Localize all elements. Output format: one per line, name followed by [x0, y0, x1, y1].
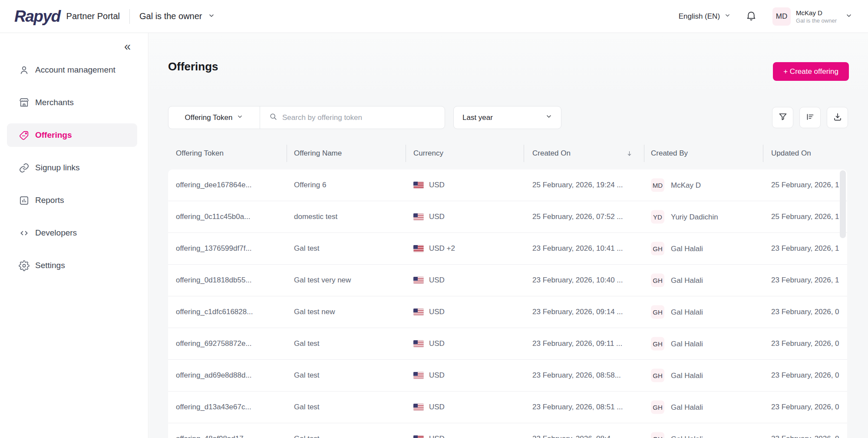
language-selector[interactable]: English (EN) — [679, 12, 731, 21]
currency-label: USD — [429, 212, 445, 221]
created-on-cell: 25 February, 2026, 19:24 ... — [532, 181, 623, 189]
sidebar-item-developers[interactable]: Developers — [7, 221, 137, 245]
download-button[interactable] — [827, 107, 848, 128]
table-row[interactable]: offering_1376599df7f...Gal testUSD +223 … — [168, 233, 847, 265]
date-range-selector[interactable]: Last year — [453, 106, 561, 129]
creator-name: Yuriy Dadichin — [671, 212, 718, 221]
table-row[interactable]: offering_dee167864e...Offering 6USD25 Fe… — [168, 169, 847, 201]
column-header-created-by[interactable]: Created By — [651, 149, 688, 158]
created-on-cell: 23 February, 2026, 10:41 ... — [532, 244, 623, 253]
notifications-button[interactable] — [746, 10, 757, 23]
rapyd-logo: Rapyd — [14, 7, 60, 26]
column-header-label: Created On — [532, 149, 571, 158]
sidebar-item-account-management[interactable]: Account management — [7, 58, 137, 82]
creator-name: Gal Halali — [671, 339, 703, 348]
column-header-created-on[interactable]: Created On — [532, 149, 633, 158]
creator-avatar: YD — [651, 210, 664, 224]
org-selector-label: Gal is the owner — [139, 11, 202, 21]
us-flag-icon — [413, 435, 424, 438]
sidebar-item-label: Account management — [35, 65, 116, 75]
column-header-label: Offering Name — [294, 149, 342, 158]
org-selector[interactable]: Gal is the owner — [139, 11, 215, 21]
table-row[interactable]: offering_48af98ad17...Gal testUSD23 Febr… — [168, 423, 847, 438]
column-header-updated-on[interactable]: Updated On — [771, 149, 811, 158]
storefront-icon — [19, 97, 30, 108]
sidebar-item-settings[interactable]: Settings — [7, 254, 137, 277]
create-offering-button[interactable]: + Create offering — [773, 62, 849, 81]
date-range-label: Last year — [462, 113, 493, 122]
created-by-cell: GHGal Halali — [651, 432, 703, 438]
offering-name-cell: Gal test — [294, 339, 320, 348]
top-bar: Rapyd Partner Portal Gal is the owner En… — [0, 0, 868, 33]
created-by-cell: GHGal Halali — [651, 242, 703, 256]
created-on-cell: 23 February, 2026, 08:51 ... — [532, 403, 623, 411]
sidebar-item-reports[interactable]: Reports — [7, 189, 137, 212]
funnel-icon — [778, 112, 788, 123]
created-by-cell: YDYuriy Dadichin — [651, 210, 718, 224]
table-row[interactable]: offering_ad69e8d88d...Gal testUSD23 Febr… — [168, 360, 847, 392]
bar-chart-icon — [19, 195, 30, 206]
currency-cell: USD +2 — [413, 244, 455, 253]
chevron-down-icon — [845, 12, 852, 21]
table-row[interactable]: offering_692758872e...Gal testUSD23 Febr… — [168, 328, 847, 360]
offering-token-cell: offering_48af98ad17... — [176, 435, 250, 438]
us-flag-icon — [413, 404, 424, 411]
user-role: Gal is the owner — [796, 17, 837, 24]
updated-on-cell: 23 February, 2026, 1 — [771, 244, 839, 253]
collapse-sidebar-button[interactable]: « — [124, 41, 131, 53]
column-header-label: Offering Token — [176, 149, 224, 158]
search-box — [260, 106, 445, 129]
creator-avatar: GH — [651, 305, 664, 319]
user-meta: McKay D Gal is the owner — [796, 9, 837, 24]
column-header-currency[interactable]: Currency — [413, 149, 443, 158]
filter-button[interactable] — [772, 107, 793, 128]
creator-avatar: GH — [651, 369, 664, 382]
search-field-selector[interactable]: Offering Token — [168, 106, 260, 129]
creator-avatar: MD — [651, 179, 664, 192]
sidebar-item-label: Offerings — [35, 130, 72, 140]
offering-token-cell: offering_0c11c45b0a... — [176, 212, 250, 221]
creator-name: Gal Halali — [671, 244, 703, 253]
table-row[interactable]: offering_d13a43e67c...Gal testUSD23 Febr… — [168, 392, 847, 423]
offering-name-cell: Gal test — [294, 435, 320, 438]
currency-cell: USD — [413, 276, 445, 285]
updated-on-cell: 23 February, 2026, 0 — [771, 308, 839, 316]
creator-avatar: GH — [651, 401, 664, 414]
sort-button[interactable] — [799, 107, 821, 128]
table-row[interactable]: offering_0c11c45b0a...domestic testUSD25… — [168, 201, 847, 233]
sidebar-item-offerings[interactable]: Offerings — [7, 123, 137, 147]
column-header-offering-name[interactable]: Offering Name — [294, 149, 342, 158]
us-flag-icon — [413, 372, 424, 379]
currency-label: USD — [429, 181, 445, 189]
sidebar-item-signup-links[interactable]: Signup links — [7, 156, 137, 179]
main-content: Offerings + Create offering Offering Tok… — [149, 33, 868, 438]
column-header-offering-token[interactable]: Offering Token — [176, 149, 224, 158]
sort-list-icon — [805, 112, 815, 123]
search-input[interactable] — [282, 113, 439, 122]
offering-name-cell: Gal test — [294, 403, 320, 411]
created-by-cell: GHGal Halali — [651, 401, 703, 414]
created-on-cell: 23 February, 2026, 08:4... — [532, 435, 617, 438]
currency-cell: USD — [413, 339, 445, 348]
search-icon — [269, 112, 278, 123]
search-group: Offering Token — [168, 106, 445, 129]
updated-on-cell: 23 February, 2026, 0 — [771, 371, 839, 380]
user-menu[interactable]: MD McKay D Gal is the owner — [772, 7, 852, 26]
chevron-down-icon — [724, 12, 731, 21]
scrollbar-thumb[interactable] — [840, 170, 846, 238]
creator-avatar: GH — [651, 432, 664, 438]
offering-token-cell: offering_d13a43e67c... — [176, 403, 251, 411]
offering-token-cell: offering_692758872e... — [176, 339, 252, 348]
sidebar-item-merchants[interactable]: Merchants — [7, 91, 137, 114]
tag-icon — [19, 130, 30, 141]
offering-token-cell: offering_1376599df7f... — [176, 244, 252, 253]
user-avatar: MD — [772, 7, 791, 26]
table-row[interactable]: offering_c1dfc616828...Gal test newUSD23… — [168, 296, 847, 328]
currency-cell: USD — [413, 403, 445, 411]
offerings-table: offering_dee167864e...Offering 6USD25 Fe… — [168, 169, 847, 438]
table-row[interactable]: offering_0d1818db55...Gal test very newU… — [168, 265, 847, 296]
code-icon — [19, 228, 30, 239]
column-divider — [763, 145, 763, 162]
gear-icon — [19, 260, 30, 271]
creator-name: Gal Halali — [671, 403, 703, 411]
